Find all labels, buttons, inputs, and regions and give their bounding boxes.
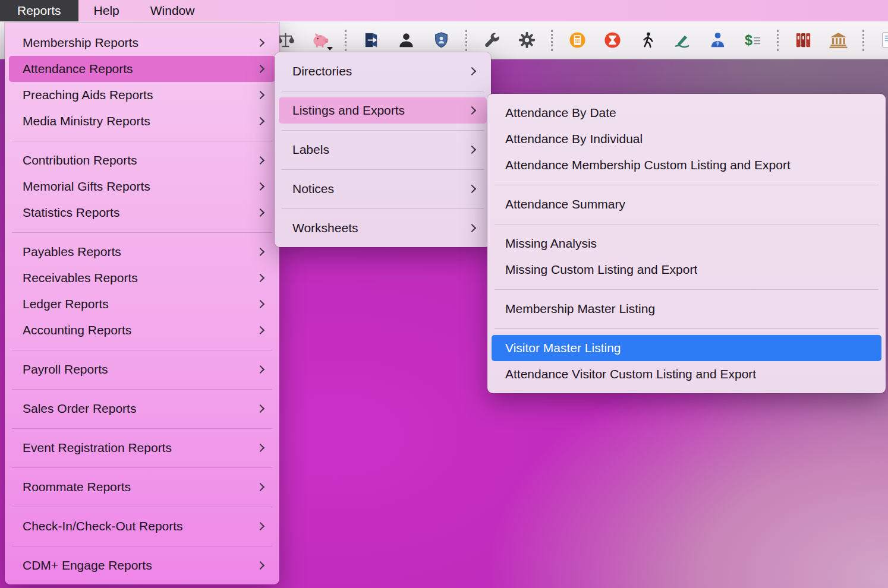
- menu-item-label: Notices: [292, 182, 334, 196]
- menu-item-ledger-reports[interactable]: Ledger Reports: [9, 291, 275, 317]
- menu-item-attendance-by-date[interactable]: Attendance By Date: [492, 100, 881, 126]
- signature-pen-toolbar-button[interactable]: [669, 27, 695, 53]
- gear-icon: [518, 31, 536, 49]
- toolbar-separator: [777, 30, 779, 51]
- menu-item-label: Contribution Reports: [23, 153, 137, 167]
- wrench-toolbar-button[interactable]: [478, 27, 505, 53]
- shield-toolbar-button[interactable]: [428, 27, 454, 53]
- menu-item-label: Labels: [292, 143, 329, 157]
- menu-item-attendance-summary[interactable]: Attendance Summary: [492, 191, 881, 217]
- menu-separator: [5, 226, 279, 239]
- menu-item-membership-master-listing[interactable]: Membership Master Listing: [492, 296, 881, 322]
- binders-icon: [794, 31, 813, 49]
- chevron-right-icon: [256, 483, 264, 491]
- menu-bar: Reports Help Window: [0, 0, 888, 21]
- menu-item-statistics-reports[interactable]: Statistics Reports: [9, 200, 275, 226]
- money-icon: $: [744, 31, 762, 49]
- chevron-right-icon: [256, 365, 264, 374]
- menu-separator: [275, 163, 491, 176]
- binders-toolbar-button[interactable]: [790, 27, 816, 53]
- chevron-right-icon: [256, 39, 264, 47]
- menu-item-label: Worksheets: [292, 221, 358, 235]
- menu-item-notices[interactable]: Notices: [279, 176, 487, 202]
- person-icon: [397, 31, 415, 49]
- menu-separator: [5, 343, 279, 356]
- dropdown-caret-icon: [327, 47, 333, 50]
- reports-menu: Membership Reports Attendance Reports Pr…: [5, 23, 279, 584]
- menu-separator: [5, 382, 279, 396]
- money-toolbar-button[interactable]: $: [739, 27, 766, 53]
- piggy-bank-toolbar-button[interactable]: [307, 27, 333, 53]
- menu-item-label: Attendance By Date: [505, 106, 616, 120]
- svg-text:$: $: [744, 33, 752, 48]
- menu-item-accounting-reports[interactable]: Accounting Reports: [9, 317, 275, 343]
- person-toolbar-button[interactable]: [393, 27, 419, 53]
- menu-item-cdm-engage-reports[interactable]: CDM+ Engage Reports: [9, 552, 275, 578]
- menu-item-membership-reports[interactable]: Membership Reports: [9, 30, 275, 56]
- chevron-right-icon: [256, 208, 264, 217]
- menu-item-roommate-reports[interactable]: Roommate Reports: [9, 474, 275, 500]
- toolbar-separator: [551, 30, 553, 51]
- menu-item-worksheets[interactable]: Worksheets: [279, 215, 487, 241]
- menu-item-label: Visitor Master Listing: [505, 341, 621, 355]
- walking-person-toolbar-button[interactable]: [634, 27, 660, 53]
- menu-item-payables-reports[interactable]: Payables Reports: [9, 239, 275, 265]
- menu-item-preaching-aids-reports[interactable]: Preaching Aids Reports: [9, 82, 275, 108]
- hourglass-toolbar-button[interactable]: [599, 27, 625, 53]
- menu-item-label: Ledger Reports: [23, 297, 109, 311]
- shield-icon: [432, 31, 451, 49]
- menu-item-label: Attendance By Individual: [505, 132, 643, 146]
- calculator-toolbar-button[interactable]: [564, 27, 590, 53]
- bank-icon: [829, 31, 848, 49]
- chevron-right-icon: [468, 185, 476, 193]
- menu-item-memorial-gifts-reports[interactable]: Memorial Gifts Reports: [9, 173, 275, 200]
- menu-item-attendance-membership-custom-listing-and-export[interactable]: Attendance Membership Custom Listing and…: [492, 152, 881, 178]
- menu-item-label: Attendance Visitor Custom Listing and Ex…: [505, 367, 756, 381]
- menu-separator: [487, 178, 886, 191]
- menu-item-label: Statistics Reports: [23, 206, 119, 220]
- chevron-right-icon: [256, 300, 264, 308]
- menu-item-visitor-master-listing[interactable]: Visitor Master Listing: [492, 335, 881, 361]
- bank-toolbar-button[interactable]: [825, 27, 851, 53]
- menu-item-label: Directories: [292, 64, 352, 78]
- listings-and-exports-submenu: Attendance By Date Attendance By Individ…: [487, 94, 886, 393]
- menu-item-label: Receivables Reports: [23, 271, 138, 285]
- toolbar-separator: [862, 30, 864, 51]
- menu-item-payroll-reports[interactable]: Payroll Reports: [9, 356, 275, 382]
- chevron-right-icon: [468, 106, 476, 115]
- menu-item-check-in-check-out-reports[interactable]: Check-In/Check-Out Reports: [9, 513, 275, 539]
- door-exit-toolbar-button[interactable]: [358, 27, 384, 53]
- menu-separator: [487, 322, 886, 335]
- chevron-right-icon: [256, 182, 264, 191]
- menu-item-label: Attendance Summary: [505, 197, 625, 211]
- menu-item-attendance-by-individual[interactable]: Attendance By Individual: [492, 126, 881, 152]
- walking-person-icon: [638, 31, 657, 49]
- menubar-item-help[interactable]: Help: [78, 0, 135, 21]
- menu-item-sales-order-reports[interactable]: Sales Order Reports: [9, 396, 275, 422]
- document-toolbar-button[interactable]: [876, 27, 888, 53]
- menu-item-contribution-reports[interactable]: Contribution Reports: [9, 147, 275, 173]
- menu-separator: [5, 539, 279, 552]
- menu-item-attendance-visitor-custom-listing-and-export[interactable]: Attendance Visitor Custom Listing and Ex…: [492, 361, 881, 387]
- menu-item-labels[interactable]: Labels: [279, 137, 487, 163]
- wrench-icon: [483, 31, 501, 49]
- chevron-right-icon: [468, 224, 476, 232]
- menu-item-receivables-reports[interactable]: Receivables Reports: [9, 265, 275, 291]
- chevron-right-icon: [256, 91, 264, 99]
- menu-item-directories[interactable]: Directories: [279, 58, 487, 84]
- menubar-item-window[interactable]: Window: [135, 0, 210, 21]
- menu-item-attendance-reports[interactable]: Attendance Reports: [9, 56, 275, 82]
- menubar-item-reports[interactable]: Reports: [0, 0, 78, 21]
- menu-item-label: Membership Master Listing: [505, 302, 655, 316]
- menu-item-event-registration-reports[interactable]: Event Registration Reports: [9, 435, 275, 461]
- gear-toolbar-button[interactable]: [514, 27, 540, 53]
- menu-separator: [275, 124, 491, 137]
- menu-item-listings-and-exports[interactable]: Listings and Exports: [279, 97, 487, 124]
- menu-item-media-ministry-reports[interactable]: Media Ministry Reports: [9, 108, 275, 134]
- person-tie-toolbar-button[interactable]: [704, 27, 730, 53]
- menu-item-missing-analysis[interactable]: Missing Analysis: [492, 230, 881, 257]
- menu-item-label: Sales Order Reports: [23, 402, 136, 416]
- chevron-right-icon: [256, 326, 264, 334]
- menu-item-missing-custom-listing-and-export[interactable]: Missing Custom Listing and Export: [492, 257, 881, 283]
- chevron-right-icon: [468, 67, 476, 75]
